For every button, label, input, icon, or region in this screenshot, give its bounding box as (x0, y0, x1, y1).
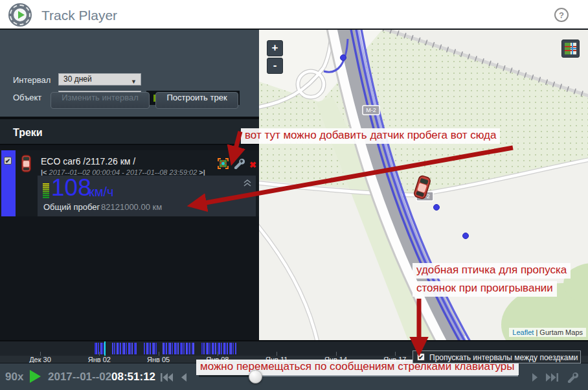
timeline-activity-bar (112, 343, 113, 354)
timeline-activity-bar (207, 343, 209, 354)
timeline-activity-bar (96, 343, 97, 354)
timeline-activity-bar (175, 343, 177, 354)
timeline-activity-bar (114, 343, 115, 354)
mileage-value: 82121000.00 км (101, 202, 162, 212)
step-forward-button[interactable] (532, 373, 539, 384)
annotation-skip-line2: стоянок при проигрывании (413, 281, 557, 297)
skip-intervals-panel: ✔ Пропускать интервалы между поездками (413, 350, 581, 363)
track-select-bar[interactable]: ✔ (1, 150, 16, 216)
object-label: Объект (13, 93, 41, 102)
interval-value: 30 дней (63, 75, 92, 84)
timeline-activity-bar (150, 343, 151, 354)
skip-to-start-button[interactable] (161, 373, 173, 384)
slider-knob[interactable] (249, 370, 262, 384)
timeline-activity-bar (126, 343, 127, 354)
playback-date: 2017--01--02 (48, 371, 111, 384)
header: Track Player ? (0, 0, 588, 30)
timeline-activity-bar (144, 343, 145, 354)
playback-time: 08:51:12 (111, 371, 155, 384)
timeline-activity-bar (219, 343, 220, 354)
playback-speed[interactable]: 90x (5, 371, 23, 384)
left-panel: Интервал 30 дней ▼ Объект ECO car6 ▼ Изм… (0, 30, 259, 340)
timeline-tick (395, 352, 396, 356)
attribution-text: | Gurtam Maps (536, 328, 583, 336)
timeline-tick (336, 352, 337, 356)
timeline-activity-bar (203, 343, 205, 354)
speed-gauge-icon (43, 183, 50, 202)
timeline-activity-bar (130, 343, 131, 354)
timeline-tick (40, 352, 41, 356)
timeline-activity-bar (118, 343, 119, 354)
annotation-skip-line1: удобная птичка для пропуска (413, 263, 571, 279)
collapse-chevrons-icon[interactable] (243, 178, 252, 190)
zoom-in-button[interactable]: + (267, 40, 283, 56)
timeline-activity-bar (153, 343, 155, 354)
skip-intervals-label[interactable]: Пропускать интервалы между поездками (429, 353, 578, 362)
timeline-activity-bar (181, 343, 183, 354)
track-item: ✔ ECO car6 /2117.26 км / |< 2017--01--02… (0, 150, 259, 216)
leaflet-link[interactable]: Leaflet (512, 328, 534, 336)
play-icon[interactable] (30, 370, 41, 383)
timeline-activity-bar (148, 343, 149, 354)
tracks-section-header: Треки (0, 117, 259, 145)
app-logo-play-icon (8, 3, 32, 27)
timeline-activity-bar (131, 343, 133, 354)
remove-track-icon[interactable]: ✖ (249, 160, 256, 170)
player-settings-wrench-icon[interactable] (567, 371, 578, 385)
build-track-button[interactable]: Построить трек (155, 92, 238, 109)
speed-panel: 108 км/ч Общий пробег 82121000.00 км (38, 176, 256, 216)
timeline-activity-bar (166, 343, 167, 354)
timeline-activity-bar (172, 343, 173, 354)
timeline-activity-bar (189, 343, 190, 354)
track-checkbox[interactable]: ✔ (4, 157, 12, 165)
timeline-activity-bar (120, 343, 121, 354)
change-interval-button[interactable]: Изменить интервал (51, 92, 150, 109)
controls-panel: Интервал 30 дней ▼ Объект ECO car6 ▼ Изм… (0, 30, 259, 117)
app-window: Track Player ? Интервал 30 дней ▼ Объект… (0, 0, 588, 390)
timeline-activity-bar (232, 343, 234, 354)
timeline-activity-bar (124, 343, 125, 354)
timeline-activity-bar (227, 343, 228, 354)
timeline-activity-bar (170, 343, 171, 354)
chevron-down-icon: ▼ (131, 76, 137, 87)
timeline-activity-bar (215, 343, 216, 354)
skip-intervals-checkbox[interactable]: ✔ (417, 353, 425, 361)
timeline-activity-bar (225, 343, 226, 354)
timeline-activity-bar (213, 343, 214, 354)
track-list: ✔ ECO car6 /2117.26 км / |< 2017--01--02… (0, 149, 259, 340)
locate-track-map-icon[interactable] (218, 158, 229, 172)
timeline-activity-bar (235, 343, 236, 354)
layers-icon (565, 43, 576, 54)
timeline-activity-bar (135, 343, 137, 354)
timeline-activity-bar (187, 343, 188, 354)
timeline-activity-bar (102, 343, 103, 354)
help-icon[interactable]: ? (554, 8, 569, 22)
interval-label: Интервал (13, 75, 51, 85)
speed-unit: км/ч (89, 185, 113, 200)
timeline-tick (99, 352, 100, 356)
timeline-activity-bar (177, 343, 179, 354)
timeline-activity-bar (221, 343, 222, 354)
timeline-activity-bar (193, 343, 194, 354)
timeline-activity-bar (183, 343, 185, 354)
tracks-title: Треки (13, 127, 43, 139)
track-settings-wrench-icon[interactable] (233, 157, 245, 172)
interval-select[interactable]: 30 дней ▼ (58, 73, 141, 86)
skip-to-end-button[interactable] (546, 373, 558, 384)
step-back-button[interactable] (180, 373, 187, 384)
track-name: ECO car6 /2117.26 км / (41, 156, 135, 166)
annotation-sensor: вот тут можно добавить датчик пробега во… (241, 128, 500, 144)
zoom-out-button[interactable]: - (267, 58, 283, 74)
timeline-activity-bar (201, 343, 203, 354)
timeline-activity-bar (209, 343, 210, 354)
map-layers-button[interactable] (561, 40, 580, 58)
car-icon (21, 154, 32, 176)
app-title: Track Player (41, 8, 117, 23)
svg-text:М-2: М-2 (366, 107, 376, 113)
speed-value: 108 (51, 174, 91, 201)
timeline-activity-bar (155, 343, 157, 354)
timeline-activity-bar (164, 343, 165, 354)
timeline-tick (277, 352, 277, 356)
playhead-cursor[interactable] (104, 341, 106, 356)
timeline-tick (218, 352, 218, 356)
